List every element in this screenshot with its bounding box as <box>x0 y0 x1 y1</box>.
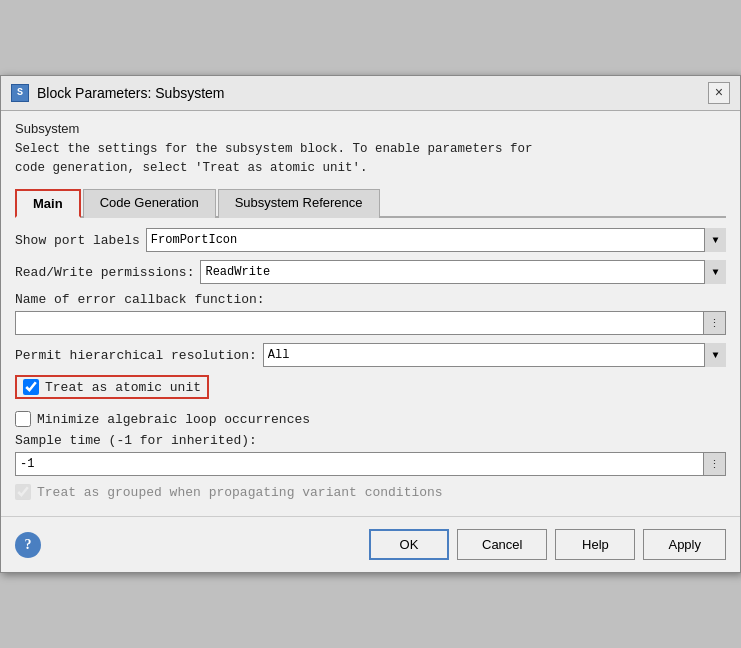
bottom-bar: ? OK Cancel Help Apply <box>1 516 740 572</box>
error-callback-dots-button[interactable]: ⋮ <box>704 311 726 335</box>
read-write-label: Read/Write permissions: <box>15 265 194 280</box>
dialog-block-parameters: S Block Parameters: Subsystem × Subsyste… <box>0 75 741 574</box>
close-button[interactable]: × <box>708 82 730 104</box>
error-callback-input[interactable] <box>15 311 704 335</box>
help-button[interactable]: Help <box>555 529 635 560</box>
dialog-content: Subsystem Select the settings for the su… <box>1 111 740 517</box>
treat-grouped-label: Treat as grouped when propagating varian… <box>37 485 443 500</box>
read-write-row: Read/Write permissions: ReadWrite ReadOn… <box>15 260 726 284</box>
permit-hierarchical-row: Permit hierarchical resolution: All Expl… <box>15 343 726 367</box>
apply-button[interactable]: Apply <box>643 529 726 560</box>
minimize-algebraic-label: Minimize algebraic loop occurrences <box>37 412 310 427</box>
read-write-select[interactable]: ReadWrite ReadOnly NoReadOrWrite <box>200 260 726 284</box>
treat-atomic-checkbox[interactable] <box>23 379 39 395</box>
title-bar-left: S Block Parameters: Subsystem <box>11 84 225 102</box>
error-callback-label: Name of error callback function: <box>15 292 726 307</box>
window-icon: S <box>11 84 29 102</box>
tab-code-generation[interactable]: Code Generation <box>83 189 216 218</box>
sample-time-row: ⋮ <box>15 452 726 476</box>
show-port-labels-select[interactable]: FromPortIcon none FromPortBlockName <box>146 228 726 252</box>
error-callback-row: ⋮ <box>15 311 726 335</box>
tab-bar: Main Code Generation Subsystem Reference <box>15 187 726 218</box>
window-title: Block Parameters: Subsystem <box>37 85 225 101</box>
help-icon[interactable]: ? <box>15 532 41 558</box>
treat-atomic-row: Treat as atomic unit <box>15 375 209 399</box>
sample-time-input[interactable] <box>15 452 704 476</box>
permit-hierarchical-select-wrapper: All ExplicitOnly None ▼ <box>263 343 726 367</box>
tab-main[interactable]: Main <box>15 189 81 218</box>
show-port-labels-select-wrapper: FromPortIcon none FromPortBlockName ▼ <box>146 228 726 252</box>
description: Select the settings for the subsystem bl… <box>15 140 726 178</box>
sample-time-label: Sample time (-1 for inherited): <box>15 433 726 448</box>
bottom-buttons: OK Cancel Help Apply <box>369 529 726 560</box>
treat-atomic-container: Treat as atomic unit <box>15 375 726 405</box>
permit-hierarchical-select[interactable]: All ExplicitOnly None <box>263 343 726 367</box>
minimize-algebraic-checkbox[interactable] <box>15 411 31 427</box>
tab-subsystem-reference[interactable]: Subsystem Reference <box>218 189 380 218</box>
cancel-button[interactable]: Cancel <box>457 529 547 560</box>
show-port-labels-label: Show port labels <box>15 233 140 248</box>
read-write-select-wrapper: ReadWrite ReadOnly NoReadOrWrite ▼ <box>200 260 726 284</box>
minimize-algebraic-row: Minimize algebraic loop occurrences <box>15 411 726 427</box>
permit-hierarchical-label: Permit hierarchical resolution: <box>15 348 257 363</box>
treat-grouped-checkbox <box>15 484 31 500</box>
treat-grouped-row: Treat as grouped when propagating varian… <box>15 484 726 500</box>
section-label: Subsystem <box>15 121 726 136</box>
treat-atomic-label: Treat as atomic unit <box>45 380 201 395</box>
show-port-labels-row: Show port labels FromPortIcon none FromP… <box>15 228 726 252</box>
ok-button[interactable]: OK <box>369 529 449 560</box>
title-bar: S Block Parameters: Subsystem × <box>1 76 740 111</box>
sample-time-dots-button[interactable]: ⋮ <box>704 452 726 476</box>
